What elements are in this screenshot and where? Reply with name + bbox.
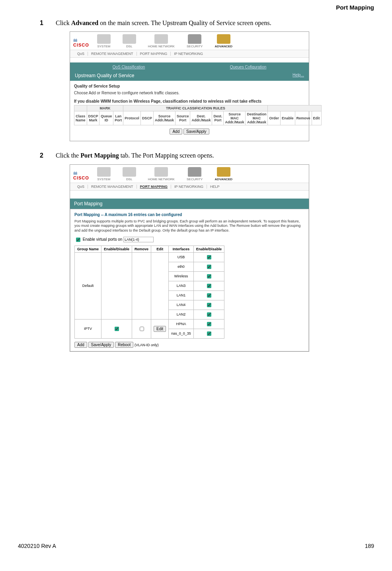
step-text: Click Advanced on the main screen. The U… xyxy=(56,19,374,27)
arrows-icon xyxy=(123,34,136,44)
panel-tab-qos-classification[interactable]: QoS Classification xyxy=(109,64,149,70)
gear-icon xyxy=(217,167,230,177)
qos-setup-heading: Quality of Service Setup xyxy=(74,84,305,88)
subtab-qos[interactable]: QoS xyxy=(74,185,88,189)
wmm-note: If you disable WMM function in Wireless … xyxy=(74,99,305,103)
tab-dsl[interactable]: DSL xyxy=(123,167,136,183)
pm-heading: Port Mapping -- A maximum 16 entries can… xyxy=(74,212,304,217)
reboot-button[interactable]: Reboot xyxy=(115,342,133,348)
subtab-help[interactable]: HELP xyxy=(207,185,223,189)
group-enable-checkbox[interactable] xyxy=(115,327,119,331)
router-icon xyxy=(97,34,111,44)
save-apply-button[interactable]: Save/Apply xyxy=(183,129,209,134)
interface-checkbox[interactable] xyxy=(207,303,211,307)
tab-system[interactable]: SYSTEM xyxy=(97,167,111,183)
tab-system[interactable]: SYSTEM xyxy=(97,34,111,50)
network-icon xyxy=(154,34,168,44)
network-icon xyxy=(154,167,168,177)
interface-checkbox[interactable] xyxy=(207,293,211,298)
step-number: 2 xyxy=(40,151,56,160)
interface-checkbox[interactable] xyxy=(207,312,211,317)
help-link[interactable]: Help... xyxy=(293,73,304,78)
router-icon xyxy=(97,167,111,177)
port-mapping-table: Group Name Enable/Disable Remove Edit In… xyxy=(74,246,224,339)
step-1: 1 Click Advanced on the main screen. The… xyxy=(40,19,374,27)
interface-checkbox[interactable] xyxy=(207,265,211,269)
step-2: 2 Click the Port Mapping tab. The Port M… xyxy=(40,151,374,160)
step-number: 1 xyxy=(40,19,56,27)
subtab-port-mapping[interactable]: PORT MAPPING xyxy=(137,185,172,189)
interface-checkbox[interactable] xyxy=(207,284,211,288)
gear-icon xyxy=(217,34,230,44)
tab-home-network[interactable]: HOME NETWORK xyxy=(148,167,175,183)
arrows-icon xyxy=(123,167,136,177)
add-button[interactable]: Add xyxy=(74,342,87,348)
interface-checkbox[interactable] xyxy=(207,331,211,336)
cisco-logo: ılıılı CISCO xyxy=(73,38,97,50)
qos-setup-desc: Choose Add or Remove to configure networ… xyxy=(74,91,305,95)
tab-advanced[interactable]: ADVANCED xyxy=(215,167,232,183)
subtab-port-mapping[interactable]: PORT MAPPING xyxy=(137,52,171,56)
subtab-ip-networking[interactable]: IP NETWORKING xyxy=(171,52,206,56)
tab-home-network[interactable]: HOME NETWORK xyxy=(148,34,175,50)
panel-tab-queues-configuration[interactable]: Queues Cofiguration xyxy=(226,64,271,70)
tab-advanced[interactable]: ADVANCED xyxy=(215,34,232,50)
tab-dsl[interactable]: DSL xyxy=(123,34,136,50)
add-button[interactable]: Add xyxy=(170,129,182,134)
table-row: IPTV Edit HPNA xyxy=(75,319,224,329)
subtab-remote-management[interactable]: REMOTE MANAGEMENT xyxy=(88,52,137,56)
footer-page-number: 189 xyxy=(365,543,374,549)
screenshot-port-mapping: ılıılı CISCO SYSTEM DSL HOME NETWORK SEC… xyxy=(70,164,309,352)
enable-virtual-ports-checkbox[interactable] xyxy=(76,238,80,242)
interface-checkbox[interactable] xyxy=(207,255,211,259)
edit-button[interactable]: Edit xyxy=(154,326,166,332)
panel-title: Port Mapping xyxy=(74,201,102,207)
enable-virtual-ports-label: Enable virtual ports on xyxy=(83,237,123,242)
save-apply-button[interactable]: Save/Apply xyxy=(88,342,114,348)
step-text: Click the Port Mapping tab. The Port Map… xyxy=(56,151,374,160)
section-heading: Port Mapping xyxy=(18,4,374,11)
tab-security[interactable]: SECURITY xyxy=(187,167,203,183)
group-remove-checkbox[interactable] xyxy=(140,327,144,331)
interface-checkbox[interactable] xyxy=(207,322,211,326)
interface-checkbox[interactable] xyxy=(207,274,211,279)
virtual-ports-input[interactable] xyxy=(123,237,154,242)
subtab-ip-networking[interactable]: IP NETWORKING xyxy=(171,185,207,189)
qos-table: MARK TRAFFIC CLASSIFICATION RULES Class … xyxy=(74,105,322,125)
footer-doc-id: 4020210 Rev A xyxy=(18,543,56,549)
cisco-logo: ılıılı CISCO xyxy=(73,171,97,183)
lock-icon xyxy=(188,167,201,177)
pm-description: Port Mapping supports multiple ports to … xyxy=(74,219,304,233)
vlan-note: (VLAN-ID only) xyxy=(135,343,159,347)
tab-security[interactable]: SECURITY xyxy=(187,34,203,50)
lock-icon xyxy=(188,34,201,44)
table-row: Default USB xyxy=(75,252,224,262)
subtab-qos[interactable]: QoS xyxy=(74,52,88,56)
panel-title: Upstream Quality of Service xyxy=(75,73,134,78)
screenshot-qos: ılıılı CISCO SYSTEM DSL HOME NETWORK SEC… xyxy=(70,31,309,141)
subtab-remote-management[interactable]: REMOTE MANAGEMENT xyxy=(88,185,137,189)
